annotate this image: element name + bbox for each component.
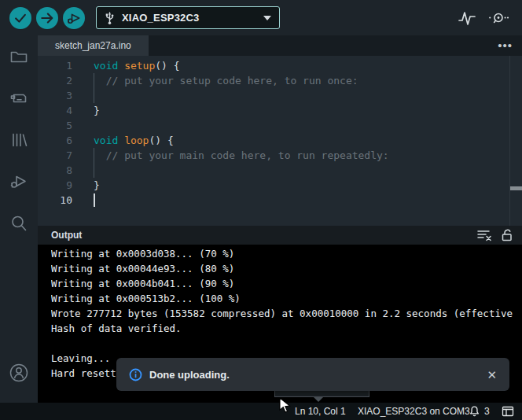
line-number[interactable]: 4 (38, 103, 72, 118)
code-token: () { (155, 60, 179, 72)
chevron-down-icon (263, 16, 271, 20)
done-uploading-toast: Done uploading. ✕ (116, 358, 509, 391)
serial-monitor-button[interactable] (487, 9, 509, 27)
serial-monitor-icon (487, 9, 509, 27)
line-number[interactable]: 9 (38, 178, 72, 193)
console-line: Writing at 0x000513b2... (100 %) (51, 291, 522, 306)
toggle-autoscroll-lock-button[interactable] (500, 228, 514, 242)
code-line[interactable]: 5 (38, 118, 522, 133)
board-selector-label: XIAO_ESP32C3 (122, 12, 200, 24)
line-content: } (94, 178, 522, 193)
indent-guide (94, 88, 94, 103)
output-panel-title: Output (51, 230, 82, 241)
console-line: Hash of data verified. (51, 321, 522, 336)
tab-sketch[interactable]: sketch_jan27a.ino (38, 35, 149, 56)
code-token (118, 134, 124, 146)
indent-guide (94, 73, 94, 88)
code-line[interactable]: 4} (38, 103, 522, 118)
line-number[interactable]: 1 (38, 58, 72, 73)
line-number[interactable]: 5 (38, 118, 72, 133)
line-content (94, 118, 522, 133)
output-actions (476, 228, 522, 242)
line-number[interactable]: 7 (38, 148, 72, 163)
code-line[interactable]: 2 // put your setup code here, to run on… (38, 73, 522, 88)
notification-count: 3 (484, 406, 490, 417)
statusbar-toggle-panel-button[interactable] (502, 403, 514, 420)
tab-label: sketch_jan27a.ino (55, 40, 131, 51)
line-number[interactable]: 2 (38, 73, 72, 88)
indent-guide (94, 163, 94, 178)
console-line (51, 336, 522, 351)
line-number[interactable]: 3 (38, 88, 72, 103)
code-lines: 1void setup() {2 // put your setup code … (38, 58, 522, 208)
folder-icon (9, 46, 29, 67)
code-token: // put your setup code here, to run once… (94, 75, 358, 87)
sidebar-item-boards-manager[interactable] (0, 77, 38, 119)
unlock-icon (500, 228, 514, 242)
main-column: sketch_jan27a.ino ••• 1void setup() {2 /… (38, 35, 522, 403)
toast-close-button[interactable]: ✕ (487, 369, 497, 381)
clear-output-icon (476, 228, 492, 242)
usb-icon (105, 10, 115, 25)
code-token: // put your main code here, to run repea… (94, 149, 389, 161)
tab-more-actions-button[interactable]: ••• (488, 35, 522, 56)
sidebar-item-search[interactable] (0, 202, 38, 244)
text-cursor (94, 193, 95, 207)
code-editor[interactable]: 1void setup() {2 // put your setup code … (38, 56, 522, 226)
code-token: void (94, 134, 118, 146)
code-line[interactable]: 6void loop() { (38, 133, 522, 148)
statusbar-notifications[interactable]: 3 (469, 403, 490, 420)
line-number[interactable]: 10 (38, 193, 72, 208)
line-content: } (94, 103, 522, 118)
output-panel-header: Output (38, 226, 522, 245)
verify-button[interactable] (9, 7, 31, 29)
sidebar-item-library-manager[interactable] (0, 119, 38, 160)
sidebar-item-sketchbook[interactable] (0, 35, 38, 77)
clear-output-button[interactable] (476, 228, 492, 242)
line-number[interactable]: 8 (38, 163, 72, 178)
code-line[interactable]: 9} (38, 178, 522, 193)
line-content: void setup() { (94, 58, 522, 73)
console-line: Writing at 0x0004b041... (90 %) (51, 276, 522, 291)
activity-sidebar (0, 35, 38, 403)
statusbar-cursor-position[interactable]: Ln 10, Col 1 (295, 403, 346, 420)
statusbar-board-port[interactable]: XIAO_ESP32C3 on COM3 (358, 403, 470, 420)
toolbar: XIAO_ESP32C3 (0, 0, 522, 35)
sidebar-item-debug[interactable] (0, 160, 38, 202)
editor-scrollbar-thumb[interactable] (510, 186, 522, 190)
board-selector[interactable]: XIAO_ESP32C3 (96, 6, 280, 29)
code-token (118, 60, 124, 72)
console-line: Writing at 0x00044e93... (80 %) (51, 261, 522, 276)
code-token: loop (124, 134, 149, 146)
line-content: // put your main code here, to run repea… (94, 148, 522, 163)
bell-icon (469, 405, 480, 418)
board-icon (9, 88, 29, 109)
code-line[interactable]: 1void setup() { (38, 58, 522, 73)
code-line[interactable]: 8 (38, 163, 522, 178)
code-token: () { (149, 134, 173, 146)
bug-play-icon (9, 171, 29, 192)
line-content: void loop() { (94, 133, 522, 148)
code-line[interactable]: 10 (38, 193, 522, 208)
code-line[interactable]: 3 (38, 88, 522, 103)
status-bar: Ln 10, Col 1 XIAO_ESP32C3 on COM3 3 (0, 403, 522, 420)
code-line[interactable]: 7 // put your main code here, to run rep… (38, 148, 522, 163)
upload-button[interactable] (36, 7, 58, 29)
line-content (94, 163, 522, 178)
code-token: } (94, 105, 100, 116)
console-line: Wrote 277712 bytes (153582 compressed) a… (51, 306, 522, 321)
debug-play-icon (66, 10, 82, 26)
toast-message: Done uploading. (149, 369, 230, 381)
serial-plotter-button[interactable] (458, 9, 476, 27)
indent-guide (94, 148, 94, 163)
tab-bar: sketch_jan27a.ino ••• (38, 35, 522, 56)
checkmark-icon (13, 10, 28, 26)
sidebar-item-account[interactable] (0, 352, 38, 393)
info-circle-icon (129, 368, 142, 381)
toolbar-right (458, 9, 522, 27)
waveform-icon (458, 9, 476, 27)
line-content (94, 88, 522, 103)
line-number[interactable]: 6 (38, 133, 72, 148)
console-line: Writing at 0x0003d038... (70 %) (51, 246, 522, 261)
debug-button[interactable] (63, 7, 85, 29)
